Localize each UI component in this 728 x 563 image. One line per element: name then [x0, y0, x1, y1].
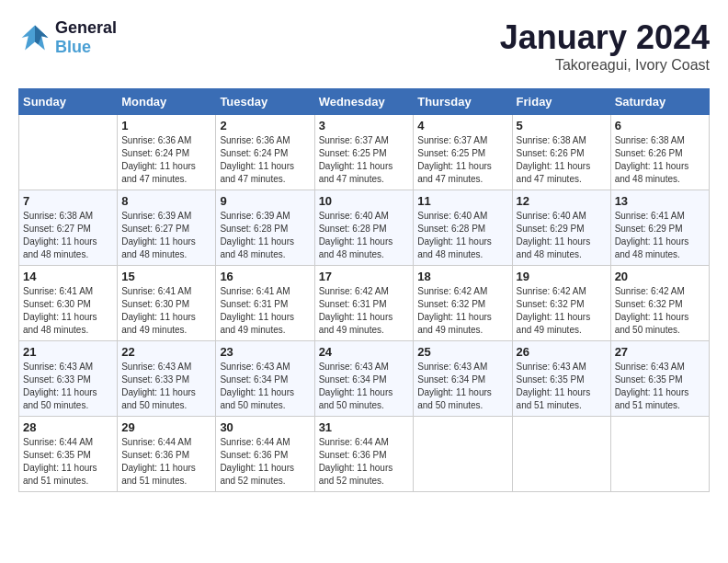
- cell-info: Sunrise: 6:42 AMSunset: 6:32 PMDaylight:…: [417, 285, 507, 337]
- day-number: 21: [23, 345, 113, 359]
- cell-info: Sunrise: 6:37 AMSunset: 6:25 PMDaylight:…: [417, 134, 507, 186]
- day-number: 26: [517, 345, 607, 359]
- day-number: 20: [615, 270, 705, 283]
- calendar-cell: 2Sunrise: 6:36 AMSunset: 6:24 PMDaylight…: [216, 115, 314, 190]
- day-number: 5: [517, 119, 607, 132]
- cell-info: Sunrise: 6:41 AMSunset: 6:30 PMDaylight:…: [23, 285, 113, 337]
- calendar-cell: 19Sunrise: 6:42 AMSunset: 6:32 PMDayligh…: [512, 266, 610, 341]
- calendar-week-row: 14Sunrise: 6:41 AMSunset: 6:30 PMDayligh…: [19, 266, 710, 341]
- calendar-cell: 25Sunrise: 6:43 AMSunset: 6:34 PMDayligh…: [414, 341, 512, 417]
- calendar-week-row: 21Sunrise: 6:43 AMSunset: 6:33 PMDayligh…: [19, 341, 710, 417]
- title-block: January 2024 Takoreagui, Ivory Coast: [500, 18, 710, 74]
- calendar-cell: 18Sunrise: 6:42 AMSunset: 6:32 PMDayligh…: [414, 266, 512, 341]
- cell-info: Sunrise: 6:39 AMSunset: 6:28 PMDaylight:…: [220, 210, 310, 261]
- cell-info: Sunrise: 6:41 AMSunset: 6:30 PMDaylight:…: [121, 285, 211, 337]
- day-number: 7: [23, 194, 113, 208]
- cell-info: Sunrise: 6:43 AMSunset: 6:35 PMDaylight:…: [615, 361, 705, 412]
- cell-info: Sunrise: 6:44 AMSunset: 6:36 PMDaylight:…: [319, 436, 410, 488]
- calendar-week-row: 28Sunrise: 6:44 AMSunset: 6:35 PMDayligh…: [19, 417, 710, 492]
- calendar-cell: 4Sunrise: 6:37 AMSunset: 6:25 PMDaylight…: [414, 115, 512, 190]
- weekday-header: Tuesday: [216, 89, 314, 115]
- day-number: 2: [220, 119, 310, 132]
- calendar-week-row: 1Sunrise: 6:36 AMSunset: 6:24 PMDaylight…: [19, 115, 710, 190]
- cell-info: Sunrise: 6:43 AMSunset: 6:34 PMDaylight:…: [417, 361, 507, 412]
- calendar-cell: 22Sunrise: 6:43 AMSunset: 6:33 PMDayligh…: [118, 341, 216, 417]
- calendar-cell: [512, 417, 610, 492]
- calendar-cell: 11Sunrise: 6:40 AMSunset: 6:28 PMDayligh…: [414, 190, 512, 266]
- day-number: 23: [220, 345, 310, 359]
- cell-info: Sunrise: 6:43 AMSunset: 6:34 PMDaylight:…: [220, 361, 310, 412]
- calendar-cell: 7Sunrise: 6:38 AMSunset: 6:27 PMDaylight…: [19, 190, 118, 266]
- cell-info: Sunrise: 6:40 AMSunset: 6:28 PMDaylight:…: [417, 210, 507, 261]
- day-number: 14: [23, 270, 113, 283]
- cell-info: Sunrise: 6:38 AMSunset: 6:26 PMDaylight:…: [517, 134, 607, 186]
- calendar-cell: 24Sunrise: 6:43 AMSunset: 6:34 PMDayligh…: [314, 341, 414, 417]
- day-number: 11: [417, 194, 507, 208]
- calendar-cell: 28Sunrise: 6:44 AMSunset: 6:35 PMDayligh…: [19, 417, 118, 492]
- cell-info: Sunrise: 6:43 AMSunset: 6:35 PMDaylight:…: [517, 361, 607, 412]
- calendar-cell: 31Sunrise: 6:44 AMSunset: 6:36 PMDayligh…: [314, 417, 414, 492]
- calendar-header-row: SundayMondayTuesdayWednesdayThursdayFrid…: [19, 89, 710, 115]
- logo: General Blue: [18, 18, 117, 57]
- day-number: 28: [23, 420, 113, 434]
- calendar-cell: 30Sunrise: 6:44 AMSunset: 6:36 PMDayligh…: [216, 417, 314, 492]
- calendar-cell: 23Sunrise: 6:43 AMSunset: 6:34 PMDayligh…: [216, 341, 314, 417]
- logo-text: General Blue: [55, 18, 117, 57]
- cell-info: Sunrise: 6:38 AMSunset: 6:27 PMDaylight:…: [23, 210, 113, 261]
- day-number: 10: [319, 194, 410, 208]
- day-number: 19: [517, 270, 607, 283]
- weekday-header: Friday: [512, 89, 610, 115]
- day-number: 18: [417, 270, 507, 283]
- calendar-cell: 14Sunrise: 6:41 AMSunset: 6:30 PMDayligh…: [19, 266, 118, 341]
- day-number: 31: [319, 420, 410, 434]
- day-number: 17: [319, 270, 410, 283]
- cell-info: Sunrise: 6:43 AMSunset: 6:34 PMDaylight:…: [319, 361, 410, 412]
- day-number: 12: [517, 194, 607, 208]
- weekday-header: Sunday: [19, 89, 118, 115]
- weekday-header: Saturday: [610, 89, 709, 115]
- calendar-cell: 29Sunrise: 6:44 AMSunset: 6:36 PMDayligh…: [118, 417, 216, 492]
- day-number: 13: [615, 194, 705, 208]
- calendar-cell: 27Sunrise: 6:43 AMSunset: 6:35 PMDayligh…: [610, 341, 709, 417]
- day-number: 15: [121, 270, 211, 283]
- day-number: 16: [220, 270, 310, 283]
- day-number: 1: [121, 119, 211, 132]
- calendar-cell: 21Sunrise: 6:43 AMSunset: 6:33 PMDayligh…: [19, 341, 118, 417]
- cell-info: Sunrise: 6:36 AMSunset: 6:24 PMDaylight:…: [220, 134, 310, 186]
- calendar-cell: 13Sunrise: 6:41 AMSunset: 6:29 PMDayligh…: [610, 190, 709, 266]
- calendar-cell: [19, 115, 118, 190]
- cell-info: Sunrise: 6:44 AMSunset: 6:36 PMDaylight:…: [121, 436, 211, 488]
- cell-info: Sunrise: 6:44 AMSunset: 6:36 PMDaylight:…: [220, 436, 310, 488]
- cell-info: Sunrise: 6:42 AMSunset: 6:32 PMDaylight:…: [517, 285, 607, 337]
- day-number: 30: [220, 420, 310, 434]
- calendar-cell: 20Sunrise: 6:42 AMSunset: 6:32 PMDayligh…: [610, 266, 709, 341]
- day-number: 27: [615, 345, 705, 359]
- location: Takoreagui, Ivory Coast: [500, 57, 710, 74]
- weekday-header: Thursday: [414, 89, 512, 115]
- cell-info: Sunrise: 6:37 AMSunset: 6:25 PMDaylight:…: [319, 134, 410, 186]
- logo-icon: [18, 21, 51, 54]
- day-number: 25: [417, 345, 507, 359]
- cell-info: Sunrise: 6:42 AMSunset: 6:32 PMDaylight:…: [615, 285, 705, 337]
- day-number: 8: [121, 194, 211, 208]
- calendar-cell: 1Sunrise: 6:36 AMSunset: 6:24 PMDaylight…: [118, 115, 216, 190]
- calendar-cell: 8Sunrise: 6:39 AMSunset: 6:27 PMDaylight…: [118, 190, 216, 266]
- cell-info: Sunrise: 6:38 AMSunset: 6:26 PMDaylight:…: [615, 134, 705, 186]
- cell-info: Sunrise: 6:40 AMSunset: 6:29 PMDaylight:…: [517, 210, 607, 261]
- month-title: January 2024: [500, 18, 710, 57]
- calendar-cell: 5Sunrise: 6:38 AMSunset: 6:26 PMDaylight…: [512, 115, 610, 190]
- calendar-cell: 10Sunrise: 6:40 AMSunset: 6:28 PMDayligh…: [314, 190, 414, 266]
- calendar-week-row: 7Sunrise: 6:38 AMSunset: 6:27 PMDaylight…: [19, 190, 710, 266]
- cell-info: Sunrise: 6:41 AMSunset: 6:29 PMDaylight:…: [615, 210, 705, 261]
- day-number: 29: [121, 420, 211, 434]
- cell-info: Sunrise: 6:36 AMSunset: 6:24 PMDaylight:…: [121, 134, 211, 186]
- day-number: 9: [220, 194, 310, 208]
- cell-info: Sunrise: 6:42 AMSunset: 6:31 PMDaylight:…: [319, 285, 410, 337]
- calendar-cell: 16Sunrise: 6:41 AMSunset: 6:31 PMDayligh…: [216, 266, 314, 341]
- page-header: General Blue January 2024 Takoreagui, Iv…: [18, 18, 710, 74]
- calendar-cell: 3Sunrise: 6:37 AMSunset: 6:25 PMDaylight…: [314, 115, 414, 190]
- calendar-table: SundayMondayTuesdayWednesdayThursdayFrid…: [18, 88, 710, 492]
- cell-info: Sunrise: 6:44 AMSunset: 6:35 PMDaylight:…: [23, 436, 113, 488]
- day-number: 22: [121, 345, 211, 359]
- day-number: 3: [319, 119, 410, 132]
